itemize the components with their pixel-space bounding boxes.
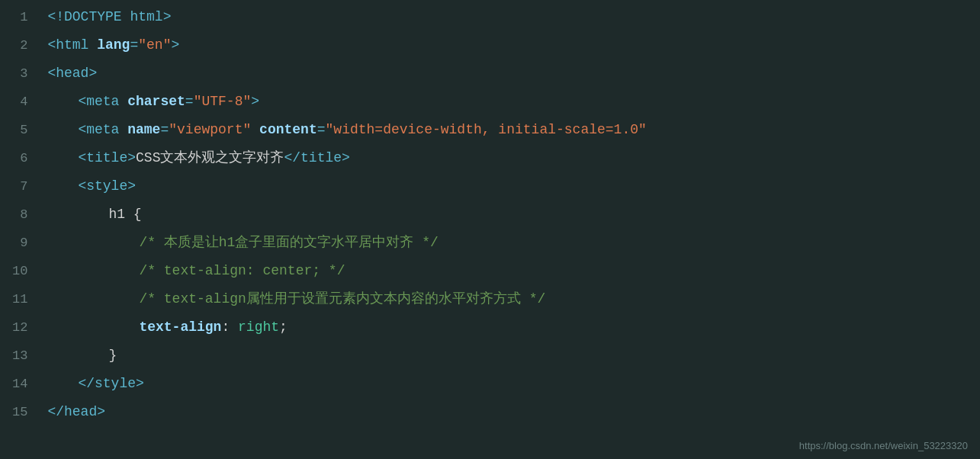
code-token: { — [133, 204, 142, 226]
code-token: h1 — [108, 204, 133, 226]
code-token: } — [108, 345, 117, 367]
code-token: "viewport" — [169, 119, 251, 141]
watermark: https://blog.csdn.net/weixin_53223320 — [799, 440, 968, 451]
line-num-3: 3 — [12, 59, 27, 88]
code-line-12: text-align: right; — [47, 313, 980, 342]
code-token: right — [238, 316, 279, 339]
line-num-1: 1 — [12, 3, 27, 31]
code-line-2: <html lang="en"> — [47, 31, 980, 59]
code-token: <title> — [78, 147, 136, 169]
code-line-3: <head> — [47, 59, 980, 88]
line-num-12: 12 — [12, 313, 27, 342]
code-line-5: <meta name="viewport" content="width=dev… — [47, 116, 980, 144]
code-token: /* 本质是让h1盒子里面的文字水平居中对齐 */ — [139, 232, 438, 254]
code-line-1: <!DOCTYPE html> — [47, 3, 980, 31]
code-token: = — [130, 34, 138, 56]
code-token: "UTF-8" — [194, 91, 252, 113]
line-num-2: 2 — [12, 31, 27, 59]
code-content: <!DOCTYPE html> <html lang="en"> <head> … — [40, 0, 980, 459]
line-num-6: 6 — [12, 144, 27, 172]
code-token: = — [317, 119, 326, 141]
line-num-14: 14 — [12, 370, 27, 398]
code-token: <head> — [47, 63, 97, 85]
line-num-7: 7 — [12, 172, 27, 201]
code-line-6: <title>CSS文本外观之文字对齐</title> — [47, 144, 980, 172]
code-token: ; — [279, 316, 288, 339]
code-token: lang — [97, 34, 130, 56]
code-token: </title> — [284, 147, 349, 169]
line-num-4: 4 — [12, 88, 27, 116]
line-num-10: 10 — [12, 257, 27, 285]
code-token: charset — [127, 91, 185, 113]
line-num-15: 15 — [12, 398, 27, 426]
code-line-7: <style> — [47, 172, 980, 201]
code-line-11: /* text-align属性用于设置元素内文本内容的水平对齐方式 */ — [47, 285, 980, 313]
line-num-8: 8 — [12, 201, 27, 229]
code-token: = — [185, 91, 194, 113]
code-token: /* text-align属性用于设置元素内文本内容的水平对齐方式 */ — [139, 288, 545, 310]
code-token: name — [127, 119, 160, 141]
code-token: : — [221, 316, 238, 339]
code-token: /* text-align: center; */ — [139, 260, 345, 282]
code-token: > — [171, 34, 179, 56]
code-token: = — [160, 119, 169, 141]
code-line-14: </style> — [47, 370, 980, 398]
code-line-9: /* 本质是让h1盒子里面的文字水平居中对齐 */ — [47, 229, 980, 257]
code-token: "en" — [138, 34, 171, 56]
line-num-11: 11 — [12, 285, 27, 313]
line-num-13: 13 — [12, 342, 27, 370]
code-line-15: </head> — [47, 398, 980, 426]
code-token: <style> — [78, 175, 136, 197]
code-token: > — [251, 91, 259, 113]
code-token: <html — [47, 34, 97, 56]
code-token: </head> — [47, 401, 105, 423]
code-token: <meta — [78, 119, 127, 141]
code-line-8: h1 { — [47, 201, 980, 229]
code-line-13: } — [47, 342, 980, 370]
code-line-10: /* text-align: center; */ — [47, 257, 980, 285]
line-num-9: 9 — [12, 229, 27, 257]
code-editor: 1 2 3 4 5 6 7 8 9 10 11 12 13 14 15 <!DO… — [0, 0, 980, 459]
code-token: </style> — [78, 373, 143, 395]
code-token: text-align — [139, 316, 221, 339]
code-line-4: <meta charset="UTF-8"> — [47, 88, 980, 116]
line-numbers: 1 2 3 4 5 6 7 8 9 10 11 12 13 14 15 — [0, 0, 40, 459]
code-token: <!DOCTYPE html> — [47, 6, 171, 28]
code-token — [251, 119, 259, 141]
code-token: content — [259, 119, 317, 141]
code-token: "width=device-width, initial-scale=1.0" — [326, 119, 647, 141]
line-num-5: 5 — [12, 116, 27, 144]
code-token: <meta — [78, 91, 127, 113]
code-token: CSS文本外观之文字对齐 — [136, 147, 284, 169]
